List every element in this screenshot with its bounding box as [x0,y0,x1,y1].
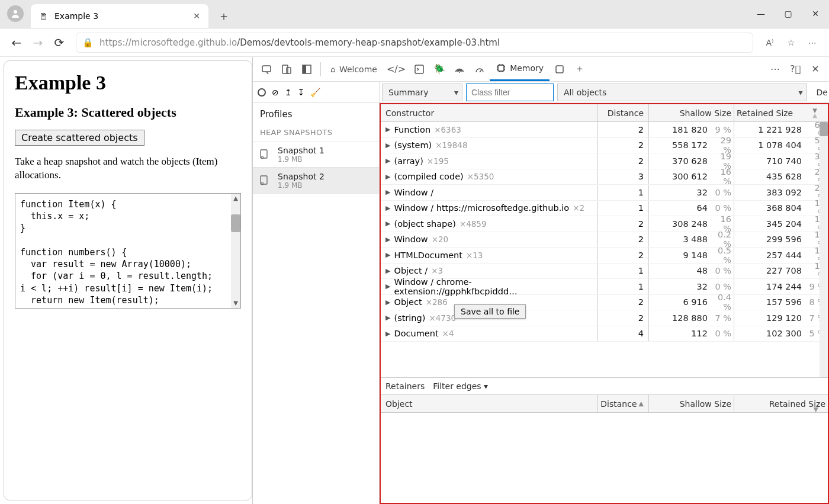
tab-performance-icon[interactable] [470,59,490,79]
table-row[interactable]: ▶(system)×198482558 17229 %1 078 40456 % [381,138,828,154]
retainers-tab[interactable]: Retainers [385,381,425,391]
dock-icon[interactable] [297,59,317,79]
expand-icon[interactable]: ▶ [385,236,390,243]
col-object[interactable]: Object [381,395,598,412]
table-row[interactable]: ▶Window / https://microsoftedge.github.i… [381,201,828,217]
record-icon[interactable] [258,88,266,97]
view-dropdown[interactable]: Summary [382,84,462,101]
retainers-empty [381,413,828,503]
table-row[interactable]: ▶Object×28626 9160.4 %157 5968 % [381,295,828,311]
expand-icon[interactable]: ▶ [385,314,390,322]
col-shallow[interactable]: Shallow Size [649,104,734,121]
inspect-icon[interactable] [256,59,277,79]
expand-icon[interactable]: ▶ [385,220,390,227]
col-shallow[interactable]: Shallow Size [649,395,734,412]
expand-icon[interactable]: ▶ [385,188,390,196]
constructor-name: HTMLDocument [394,251,462,260]
table-row[interactable]: ▶Function×63632181 8209 %1 221 92863 % [381,122,828,138]
class-filter-input[interactable] [466,84,554,101]
table-row[interactable]: ▶(compiled code)×53503300 61216 %435 628… [381,169,828,185]
back-button[interactable]: ← [6,32,27,53]
snapshot-item[interactable]: Snapshot 2 1.9 MB [253,168,379,194]
page-description: Take a heap snapshot and watch the objec… [15,155,241,182]
snapshot-item[interactable]: Snapshot 1 1.9 MB [253,142,379,168]
distance-cell: 2 [598,138,649,153]
devtools-more-icon[interactable]: ⋯ [765,59,785,79]
constructor-name: Window / [394,188,433,197]
sort-indicator-icon: ▼▲ [812,108,825,118]
table-row[interactable]: ▶Window / chrome-extension://gpphkfbcpid… [381,279,828,295]
snapshot-size: 1.9 MB [278,181,324,190]
load-icon[interactable]: ↥ [285,88,292,97]
help-icon[interactable]: ?⃝ [785,59,805,79]
table-row[interactable]: ▶(object shape)×48592308 24816 %345 2041… [381,216,828,232]
new-tab-button[interactable]: ＋ [214,7,233,25]
tab-network-icon[interactable] [449,59,470,79]
constructor-table: Constructor Distance Shallow Size Retain… [381,104,828,377]
save-icon[interactable]: ↧ [297,88,304,97]
gc-icon[interactable]: 🧹 [310,88,320,97]
refresh-button[interactable]: ⟳ [49,32,70,53]
constructor-name: (array) [394,156,423,166]
window-maximize-button[interactable]: ▢ [775,3,802,24]
shallow-cell: 480 % [649,264,734,279]
scroll-up-icon[interactable]: ▲ [231,194,240,203]
objects-filter-dropdown[interactable]: All objects [557,84,807,101]
window-close-button[interactable]: ✕ [802,3,829,24]
expand-icon[interactable]: ▶ [385,204,390,212]
filter-edges-dropdown[interactable]: Filter edges ▾ [433,381,488,391]
expand-icon[interactable]: ▶ [385,267,390,275]
table-row[interactable]: ▶(string)×47302128 8807 %129 1207 % [381,310,828,326]
expand-icon[interactable]: ▶ [385,173,390,181]
scrollbar-thumb[interactable] [231,214,240,232]
lock-icon: 🔒 [82,37,94,48]
tab-sources-icon[interactable]: 🪲 [429,59,449,79]
expand-icon[interactable]: ▶ [385,283,390,290]
url-host: https://microsoftedge.github.io [99,37,237,48]
scrollbar-track[interactable] [231,194,240,308]
expand-icon[interactable]: ▶ [385,157,390,165]
instance-count: ×4 [442,329,454,338]
profile-avatar-icon[interactable] [7,5,24,22]
tab-application-icon[interactable] [550,59,570,79]
table-row[interactable]: ▶Window /1320 %383 09220 % [381,185,828,201]
table-row[interactable]: ▶(array)×1952370 62819 %710 74037 % [381,153,828,169]
col-retained[interactable]: Retained Size ▼▲ [734,104,828,121]
distance-cell: 1 [598,185,649,200]
browser-tab[interactable]: 🗎 Example 3 ✕ [31,4,208,28]
expand-icon[interactable]: ▶ [385,330,390,338]
tab-elements-icon[interactable]: </> [383,59,409,79]
device-toggle-icon[interactable] [277,59,297,79]
context-menu-save-all[interactable]: Save all to file [454,304,526,319]
more-icon[interactable]: ⋯ [802,32,823,53]
expand-icon[interactable]: ▶ [385,142,390,149]
expand-icon[interactable]: ▶ [385,298,390,306]
profiles-toolbar: ⊘ ↥ ↧ 🧹 [253,82,379,103]
table-row[interactable]: ▶Document×441120 %102 3005 % [381,326,828,342]
table-row[interactable]: ▶HTMLDocument×1329 1480.5 %257 44413 % [381,248,828,264]
tab-console-icon[interactable] [409,59,429,79]
collapse-icon[interactable]: ▼ [814,406,818,413]
constructor-name: Function [394,125,430,134]
col-distance[interactable]: Distance▲ [598,395,649,412]
expand-icon[interactable]: ▶ [385,251,390,259]
favorite-icon[interactable]: ☆ [780,32,802,53]
devtools-close-icon[interactable]: ✕ [805,59,825,79]
table-row[interactable]: ▶Window×2023 4880.2 %299 59615 % [381,232,828,248]
expand-icon[interactable]: ▶ [385,126,390,133]
scrollbar-track[interactable] [820,122,828,377]
read-aloud-icon[interactable]: A⁾ [759,32,780,53]
tab-close-icon[interactable]: ✕ [193,11,200,21]
code-textarea[interactable]: function Item(x) { this.x = x; } functio… [15,193,241,309]
tab-welcome[interactable]: ⌂ Welcome [324,57,383,81]
url-input[interactable]: 🔒 https://microsoftedge.github.io/Demos/… [76,33,753,53]
scrollbar-thumb[interactable] [820,122,828,136]
create-objects-button[interactable]: Create scattered objects [15,130,144,146]
col-constructor[interactable]: Constructor [381,104,598,121]
scroll-down-icon[interactable]: ▼ [231,298,240,308]
tab-memory[interactable]: Memory [490,57,550,81]
window-minimize-button[interactable]: — [747,3,775,24]
add-tab-button[interactable]: ＋ [570,59,590,79]
clear-icon[interactable]: ⊘ [272,88,279,97]
col-distance[interactable]: Distance [598,104,649,121]
